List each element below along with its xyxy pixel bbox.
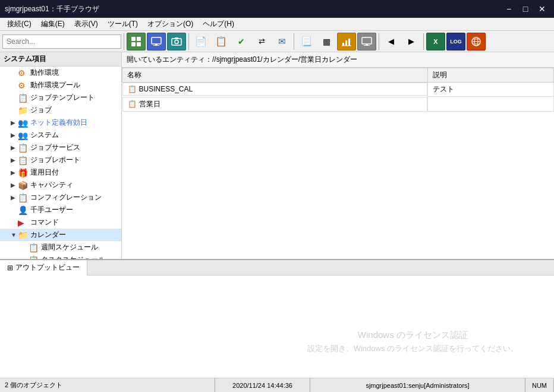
- sidebar-item-net-def[interactable]: ▶ 👥 ネット定義有効日: [0, 116, 121, 129]
- close-button[interactable]: ✕: [535, 3, 549, 15]
- bottom-tabs: ⊞ アウトプットビュー: [0, 260, 554, 276]
- table-row[interactable]: 📋 BUSINESS_CAL テスト: [122, 83, 554, 97]
- doc-icon: 📋: [29, 243, 39, 252]
- check-button[interactable]: ✔: [232, 33, 251, 50]
- sidebar-item-operation-date[interactable]: ▶ 🎁 運用日付: [0, 166, 121, 179]
- menu-view[interactable]: 表示(V): [70, 18, 103, 30]
- sidebar-item-job-service[interactable]: ▶ 📋 ジョブサービス: [0, 141, 121, 154]
- row-desc: テスト: [427, 83, 553, 97]
- maximize-button[interactable]: □: [518, 3, 533, 15]
- excel-button[interactable]: X: [426, 33, 445, 50]
- status-bar: 2 個のオブジェクト 2020/11/24 14:44:36 sjmgrjpea…: [0, 378, 554, 392]
- svg-rect-2: [131, 42, 136, 46]
- doc3-button[interactable]: 📃: [297, 33, 316, 50]
- sidebar-label: 運用日付: [30, 167, 59, 178]
- users-icon: 👥: [18, 118, 29, 128]
- camera-button[interactable]: [167, 33, 186, 50]
- menu-bar: 接続(C) 編集(E) 表示(V) ツール(T) オプション(O) ヘルプ(H): [0, 18, 554, 31]
- watermark-line2: 設定を開き、Windows のライセンス認証を行ってください。: [307, 343, 518, 354]
- arrows-button[interactable]: ⇄: [252, 33, 271, 50]
- minimize-button[interactable]: −: [502, 3, 516, 15]
- sidebar[interactable]: システム項目 ⚙ 動作環境 ⚙ 動作環境プール 📋 ジョブテンプレート 📁: [0, 52, 122, 259]
- table-row[interactable]: 📋 営業日: [122, 97, 554, 112]
- watermark: Windows のライセンス認証 設定を開き、Windows のライセンス認証を…: [307, 330, 518, 354]
- menu-tools[interactable]: ツール(T): [103, 18, 143, 30]
- bottom-panel: ⊞ アウトプットビュー Windows のライセンス認証 設定を開き、Windo…: [0, 259, 554, 378]
- arrow-spacer: [11, 82, 18, 88]
- menu-edit[interactable]: 編集(E): [36, 18, 70, 30]
- expand-arrow: ▶: [11, 169, 18, 176]
- menu-help[interactable]: ヘルプ(H): [198, 18, 239, 30]
- user-icon: 👤: [18, 206, 29, 215]
- svg-rect-0: [131, 37, 136, 41]
- row-name: 営業日: [139, 99, 160, 109]
- gear-icon: ⚙: [18, 81, 29, 90]
- monitor-button[interactable]: [147, 33, 166, 50]
- sidebar-item-system[interactable]: ▶ 👥 システム: [0, 129, 121, 141]
- sidebar-item-weekly-schedule[interactable]: 📋 週間スケジュール: [0, 241, 121, 254]
- grid-view-button[interactable]: [127, 33, 146, 50]
- sidebar-item-command[interactable]: ▶ コマンド: [0, 216, 121, 229]
- sidebar-label: カレンダー: [30, 230, 66, 240]
- toolbar-separator-4: [379, 33, 379, 50]
- sidebar-label: 動作環境: [30, 68, 59, 78]
- object-count: 2 個のオブジェクト: [0, 378, 215, 392]
- arrow-spacer: [11, 94, 18, 101]
- arrow-right-button[interactable]: ▶: [402, 33, 421, 50]
- chart-button[interactable]: [337, 33, 356, 50]
- sidebar-item-job[interactable]: 📁 ジョブ: [0, 104, 121, 116]
- svg-rect-14: [362, 37, 372, 44]
- sidebar-item-task-schedule[interactable]: 📋 タスクスケジュール: [0, 254, 121, 259]
- row-icon: 📋: [128, 100, 137, 108]
- gift-icon: 🎁: [18, 168, 29, 178]
- folder-icon: 📁: [18, 106, 29, 115]
- toolbar-separator-2: [188, 33, 189, 50]
- sidebar-item-motion-env[interactable]: ⚙ 動作環境: [0, 67, 121, 79]
- svg-rect-5: [155, 44, 158, 45]
- sidebar-item-capacity[interactable]: ▶ 📦 キャパシティ: [0, 179, 121, 191]
- svg-rect-6: [153, 45, 159, 46]
- arrow-spacer: [11, 219, 18, 226]
- sidebar-item-job-report[interactable]: ▶ 📋 ジョブレポート: [0, 154, 121, 166]
- log-button[interactable]: LOG: [446, 33, 465, 50]
- doc1-button[interactable]: 📄: [191, 33, 210, 50]
- arrow-left-button[interactable]: ◀: [382, 33, 401, 50]
- menu-options[interactable]: オプション(O): [143, 18, 198, 30]
- gear-icon: ⚙: [18, 68, 29, 78]
- users-icon: 👥: [18, 131, 29, 140]
- play-icon: ▶: [18, 218, 29, 227]
- doc2-button[interactable]: 📋: [212, 33, 231, 50]
- menu-connect[interactable]: 接続(C): [2, 18, 36, 30]
- sidebar-item-motion-pool[interactable]: ⚙ 動作環境プール: [0, 79, 121, 91]
- sidebar-item-config[interactable]: ▶ 📋 コンフィグレーション: [0, 191, 121, 204]
- search-input[interactable]: [2, 34, 121, 49]
- sidebar-item-job-template[interactable]: 📋 ジョブテンプレート: [0, 91, 121, 104]
- row-icon: 📋: [128, 85, 137, 93]
- sidebar-label: 動作環境プール: [30, 80, 80, 90]
- collapse-arrow: ▼: [11, 232, 18, 238]
- svg-rect-1: [137, 37, 141, 41]
- sidebar-header: システム項目: [0, 52, 121, 67]
- svg-rect-7: [172, 39, 181, 45]
- row-name: BUSINESS_CAL: [139, 85, 193, 93]
- sidebar-label: コマンド: [30, 217, 59, 227]
- envelope-button[interactable]: ✉: [272, 33, 291, 50]
- table-button[interactable]: ▦: [317, 33, 336, 50]
- sidebar-item-calendar[interactable]: ▼ 📁 カレンダー: [0, 229, 121, 241]
- toolbar: 📄 📋 ✔ ⇄ ✉ 📃 ▦ ◀ ▶ X LOG: [0, 31, 554, 52]
- doc-icon: 📋: [18, 143, 29, 153]
- output-view-tab[interactable]: ⊞ アウトプットビュー: [0, 260, 87, 276]
- svg-point-8: [175, 40, 178, 43]
- svg-rect-11: [345, 40, 347, 46]
- tab-label: アウトプットビュー: [15, 263, 80, 273]
- monitor2-button[interactable]: [357, 33, 376, 50]
- num-lock: NUM: [525, 378, 554, 392]
- globe-button[interactable]: [467, 33, 486, 50]
- toolbar-separator-3: [294, 33, 294, 50]
- sidebar-label: キャパシティ: [30, 180, 73, 190]
- sidebar-item-user[interactable]: 👤 千手ユーザー: [0, 204, 121, 216]
- arrow-spacer: [21, 244, 29, 251]
- arrow-spacer: [11, 107, 18, 113]
- user-info: sjmgrjpeast01:senju[Administrators]: [310, 378, 525, 392]
- entity-table[interactable]: 名称 説明 📋 BUSINESS_CAL テスト: [122, 68, 554, 259]
